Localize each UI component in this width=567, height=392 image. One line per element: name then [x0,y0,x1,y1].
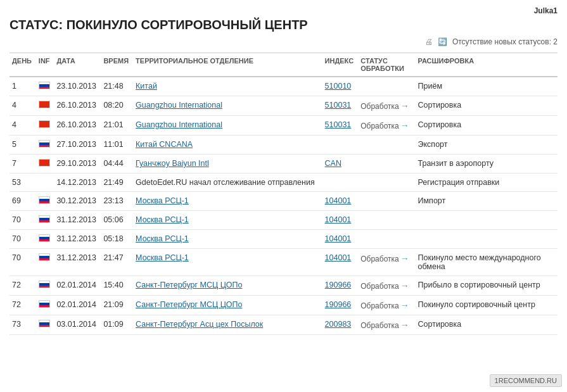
department-link[interactable]: Санкт-Петербург МСЦ ЦОПо [136,281,242,289]
cell-date: 26.10.2013 [54,116,101,136]
index-link[interactable]: 104001 [325,234,352,243]
cell-index[interactable]: 104001 [322,192,359,211]
cell-decode: Экспорт [416,136,557,155]
cell-inf [36,77,54,96]
refresh-icon[interactable]: 🔄 [438,37,447,46]
cell-date: 31.12.2013 [54,211,101,230]
cell-index[interactable]: CAN [322,155,359,174]
arrow-icon: → [400,320,409,330]
cell-index[interactable]: 104001 [322,230,359,249]
cell-status: Обработка→ [358,276,415,296]
department-link[interactable]: Москва РСЦ-1 [136,234,189,243]
flag-icon-ru [39,281,50,288]
department-link[interactable]: Москва РСЦ-1 [136,215,189,224]
department-link[interactable]: Guangzhou International [136,101,222,110]
index-link[interactable]: 190966 [325,281,352,289]
flag-icon-ru [39,82,50,89]
table-header-row: ДЕНЬ INF ДАТА ВРЕМЯ ТЕРРИТОРИАЛЬНОЕ ОТДЕ… [10,53,557,77]
cell-status [358,155,415,174]
cell-time: 21:01 [101,116,133,136]
index-link[interactable]: 510031 [325,101,352,110]
flag-icon-cn [39,159,50,167]
col-day: ДЕНЬ [10,53,36,77]
arrow-icon: → [400,101,409,111]
index-link[interactable]: CAN [325,159,341,168]
index-link[interactable]: 104001 [325,196,352,205]
cell-status: Обработка→ [358,315,415,335]
cell-decode [416,230,557,249]
department-link[interactable]: Москва РСЦ-1 [136,196,189,205]
cell-index[interactable]: 190966 [322,296,359,315]
department-link[interactable]: Санкт-Петербург Асц цех Посылок [136,320,263,329]
cell-index[interactable]: 510010 [322,77,359,96]
table-row: 5314.12.201321:49GdetoEdet.RU начал отсл… [10,174,557,192]
cell-department[interactable]: Москва РСЦ-1 [133,249,322,276]
cell-department[interactable]: Санкт-Петербург Асц цех Посылок [133,315,322,335]
department-link[interactable]: Китай [136,82,157,91]
table-row: 6930.12.201323:13Москва РСЦ-1104001Импор… [10,192,557,211]
cell-time: 21:49 [101,174,133,192]
cell-time: 08:20 [101,96,133,116]
cell-department: GdetoEdet.RU начал отслеживание отправле… [133,174,322,192]
cell-day: 69 [10,192,36,211]
cell-decode [416,211,557,230]
department-link[interactable]: Москва РСЦ-1 [136,253,189,262]
cell-index [322,174,359,192]
cell-time: 23:13 [101,192,133,211]
index-link[interactable]: 510031 [325,120,352,129]
index-link[interactable]: 104001 [325,253,352,262]
cell-index[interactable]: 190966 [322,276,359,296]
flag-icon-ru [39,300,50,308]
cell-inf [36,315,54,335]
col-inf: INF [36,53,54,77]
cell-decode: Сортировка [416,315,557,335]
arrow-icon: → [400,253,409,263]
cell-department[interactable]: Guangzhou International [133,96,322,116]
col-index: ИНДЕКС [322,53,359,77]
cell-department[interactable]: Москва РСЦ-1 [133,230,322,249]
table-row: 7031.12.201305:18Москва РСЦ-1104001 [10,230,557,249]
cell-department[interactable]: Китай CNCANA [133,136,322,155]
index-link[interactable]: 104001 [325,215,352,224]
cell-time: 21:47 [101,249,133,276]
cell-department[interactable]: Guangzhou International [133,116,322,136]
cell-index[interactable]: 200983 [322,315,359,335]
cell-index[interactable]: 104001 [322,211,359,230]
cell-index[interactable]: 510031 [322,96,359,116]
cell-department[interactable]: Москва РСЦ-1 [133,211,322,230]
index-link[interactable]: 190966 [325,300,352,309]
cell-status [358,136,415,155]
department-link[interactable]: Гуанчжоу Baiyun Intl [136,159,209,168]
cell-index [322,136,359,155]
table-row: 7202.01.201421:09Санкт-Петербург МСЦ ЦОП… [10,296,557,315]
department-link[interactable]: Китай CNCANA [136,140,193,149]
cell-day: 4 [10,96,36,116]
cell-day: 72 [10,296,36,315]
cell-index[interactable]: 104001 [322,249,359,276]
index-link[interactable]: 510010 [325,82,352,91]
cell-department[interactable]: Китай [133,77,322,96]
table-row: 7303.01.201401:09Санкт-Петербург Асц цех… [10,315,557,335]
cell-decode: Покинуло сортировочный центр [416,296,557,315]
cell-date: 02.01.2014 [54,276,101,296]
cell-index[interactable]: 510031 [322,116,359,136]
cell-status [358,174,415,192]
cell-status: Обработка→ [358,296,415,315]
print-icon[interactable]: 🖨 [425,37,433,46]
department-link[interactable]: Санкт-Петербург МСЦ ЦОПо [136,300,242,309]
department-link[interactable]: Guangzhou International [136,120,222,129]
cell-decode: Сортировка [416,116,557,136]
cell-inf [36,296,54,315]
cell-day: 5 [10,136,36,155]
cell-day: 70 [10,249,36,276]
cell-decode: Сортировка [416,96,557,116]
table-row: 7031.12.201321:47Москва РСЦ-1104001Обраб… [10,249,557,276]
cell-department[interactable]: Москва РСЦ-1 [133,192,322,211]
cell-department[interactable]: Гуанчжоу Baiyun Intl [133,155,322,174]
top-bar: Julka1 [10,6,557,15]
index-link[interactable]: 200983 [325,320,352,329]
cell-decode: Прибыло в сортировочный центр [416,276,557,296]
cell-department[interactable]: Санкт-Петербург МСЦ ЦОПо [133,296,322,315]
cell-decode: Транзит в аэропорту [416,155,557,174]
cell-department[interactable]: Санкт-Петербург МСЦ ЦОПо [133,276,322,296]
